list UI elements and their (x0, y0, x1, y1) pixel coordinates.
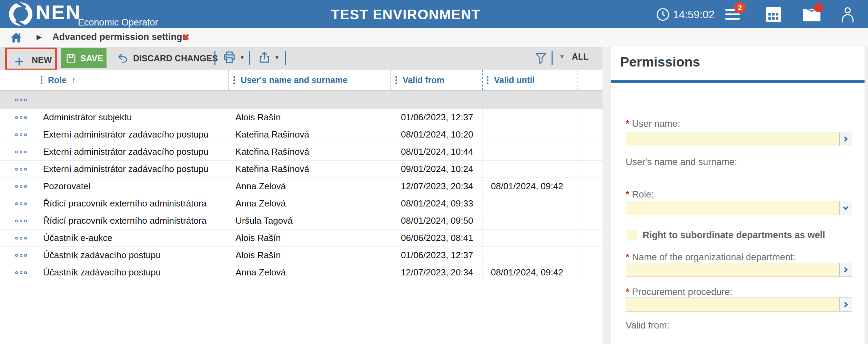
calendar-icon[interactable] (766, 7, 781, 22)
export-caret-icon[interactable]: ▼ (274, 54, 280, 60)
print-button[interactable]: ▼ (222, 50, 245, 64)
procurement-label: *Procurement procedure: (626, 287, 733, 297)
table-row[interactable]: Řídicí pracovník externího administrátor… (0, 195, 603, 212)
table-row[interactable]: Externí administrátor zadávacího postupu… (0, 143, 603, 161)
cell-user: Anna Zelová (235, 181, 286, 192)
cell-role: Účastník e-aukce (43, 233, 112, 243)
permissions-detail-panel: Permissions *User name: User's name and … (611, 47, 865, 344)
chevron-right-icon (842, 267, 848, 273)
role-select[interactable] (626, 201, 839, 215)
table-row[interactable]: Externí administrátor zadávacího postupu… (0, 126, 603, 143)
cell-user: Alois Rašín (235, 112, 281, 123)
table-row[interactable]: Pozorovatel Anna Zelová 12/07/2023, 20:3… (0, 178, 603, 195)
procurement-lookup-button[interactable] (839, 297, 852, 312)
toolbar-separator (552, 51, 553, 65)
permissions-list-panel: + NEW SAVE DISCARD CHANGES ▼ (0, 47, 603, 344)
required-asterisk: * (626, 252, 629, 262)
app-header: NEN Economic Operator TEST ENVIRONMENT 1… (0, 0, 868, 28)
table-row[interactable]: Účastník e-aukce Alois Rašín 06/06/2023,… (0, 230, 603, 247)
filter-scope-control[interactable]: ▼ ALL (556, 52, 588, 62)
row-menu-button[interactable] (15, 271, 27, 274)
save-button-label: SAVE (80, 53, 103, 63)
row-menu-button[interactable] (15, 254, 27, 257)
mail-notification-badge (814, 3, 823, 12)
row-menu-button[interactable] (15, 116, 27, 119)
cell-user: Anna Zelová (235, 267, 286, 278)
column-grip-icon[interactable] (487, 76, 488, 84)
org-department-lookup-button[interactable] (839, 263, 852, 277)
cell-user: Kateřina Rašínová (235, 164, 309, 174)
row-menu-button[interactable] (15, 168, 27, 171)
cell-role: Řídicí pracovník externího administrátor… (43, 198, 206, 209)
role-label: *Role: (626, 189, 654, 200)
toolbar-separator (285, 51, 286, 65)
procurement-input[interactable] (626, 297, 839, 312)
cell-valid-until: 08/01/2024, 09:42 (491, 267, 563, 278)
column-header-valid-from[interactable]: Valid from (391, 70, 483, 90)
filter-funnel-icon (534, 51, 548, 65)
filter-scope-caret-icon[interactable]: ▼ (559, 53, 565, 60)
close-tab-icon[interactable]: ✖ (182, 32, 190, 43)
column-label: User's name and surname (241, 75, 347, 85)
row-menu-button[interactable] (15, 151, 27, 153)
subordinate-checkbox-label[interactable]: Right to subordinate departments as well (643, 230, 825, 241)
user-name-lookup-button[interactable] (839, 132, 852, 146)
valid-from-label: Valid from: (626, 320, 669, 331)
discard-changes-button[interactable]: DISCARD CHANGES (117, 50, 218, 67)
cell-role: Účastník zadávacího postupu (43, 250, 161, 261)
table-filter-row[interactable] (0, 91, 603, 109)
column-grip-icon[interactable] (395, 76, 397, 84)
user-name-label: *User name: (626, 119, 680, 129)
column-grip-icon[interactable] (233, 76, 235, 84)
table-row[interactable]: Účastník zadávacího postupu Alois Rašín … (0, 247, 603, 264)
row-menu-button[interactable] (15, 220, 27, 222)
panel-title: Permissions (620, 54, 700, 70)
table-row[interactable]: Externí administrátor zadávacího postupu… (0, 161, 603, 178)
clock-icon (656, 8, 670, 21)
save-button[interactable]: SAVE (61, 48, 107, 68)
required-asterisk: * (626, 189, 629, 200)
org-department-input[interactable] (626, 263, 839, 277)
row-menu-button[interactable] (15, 237, 27, 240)
user-name-input[interactable] (626, 132, 839, 146)
user-profile-icon[interactable] (841, 7, 855, 22)
column-header-valid-until[interactable]: Valid until (483, 70, 577, 90)
filter-scope-label: ALL (572, 52, 589, 62)
table-row[interactable]: Řídicí pracovník externího administrátor… (0, 212, 603, 230)
home-icon[interactable] (10, 32, 22, 43)
row-menu-button[interactable] (15, 133, 27, 136)
table-row[interactable]: Účastník zadávacího postupu Anna Zelová … (0, 264, 603, 281)
nen-logo-icon[interactable] (9, 2, 32, 26)
cell-user: Anna Zelová (235, 198, 286, 209)
row-menu-button[interactable] (15, 99, 27, 101)
row-menu-button[interactable] (15, 202, 27, 205)
user-name-fieldgroup (626, 132, 852, 146)
chevron-right-icon (842, 302, 848, 307)
subordinate-checkbox[interactable] (627, 230, 637, 240)
cell-user: Alois Rašín (235, 233, 281, 243)
cell-role: Pozorovatel (43, 181, 90, 192)
required-asterisk: * (626, 287, 629, 297)
column-header-user[interactable]: User's name and surname (229, 70, 391, 90)
toolbar: + NEW SAVE DISCARD CHANGES ▼ (0, 47, 603, 70)
save-icon (66, 53, 76, 63)
cell-user: Alois Rašín (235, 250, 281, 261)
role-dropdown-button[interactable] (839, 201, 852, 215)
cell-valid-from: 12/07/2023, 20:34 (401, 267, 473, 278)
print-caret-icon[interactable]: ▼ (240, 54, 245, 60)
table-row[interactable]: Administrátor subjektu Alois Rašín 01/06… (0, 109, 603, 126)
permissions-table: Role ↑ User's name and surname Valid fro… (0, 70, 603, 281)
column-grip-icon[interactable] (41, 76, 42, 84)
plus-icon: + (14, 52, 24, 71)
export-button[interactable]: ▼ (258, 50, 280, 64)
procurement-fieldgroup (626, 297, 852, 312)
cell-user: Uršula Tagová (235, 215, 293, 226)
breadcrumb-page-title[interactable]: Advanced permission settings (52, 32, 188, 42)
menu-badge: 2 (734, 2, 746, 13)
row-menu-button[interactable] (15, 185, 27, 188)
filter-button[interactable] (534, 51, 548, 65)
chevron-down-icon (843, 204, 849, 210)
column-header-role[interactable]: Role ↑ (0, 70, 229, 90)
new-button[interactable]: + NEW (5, 48, 57, 70)
cell-role: Administrátor subjektu (43, 112, 132, 123)
